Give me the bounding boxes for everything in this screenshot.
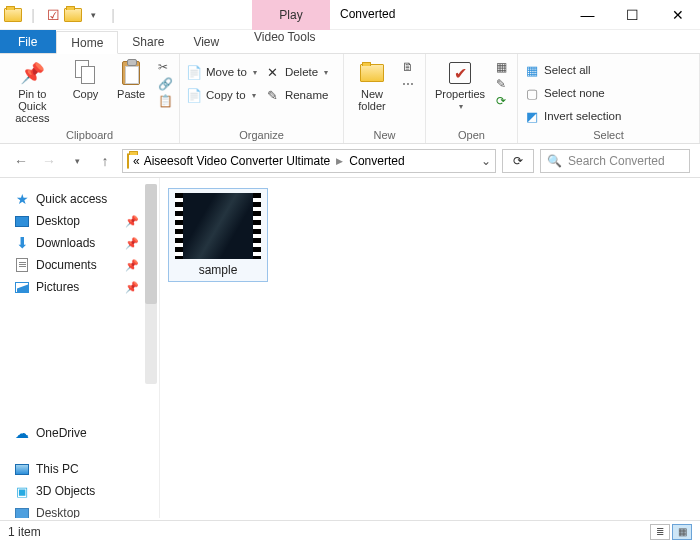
invert-selection-icon: ◩ (524, 108, 540, 124)
tab-file[interactable]: File (0, 30, 56, 53)
qat-properties-icon[interactable]: ☑ (44, 6, 62, 24)
chevron-down-icon: ▾ (253, 68, 257, 77)
open-icon[interactable]: ▦ (496, 60, 507, 74)
window-title: Converted (340, 7, 395, 21)
minimize-button[interactable]: — (565, 0, 610, 30)
sidebar-onedrive[interactable]: ☁OneDrive (14, 422, 155, 444)
new-item-icon[interactable]: 🗎 (402, 60, 414, 74)
group-open: ✔ Properties ▾ ▦ ✎ ⟳ Open (426, 54, 518, 143)
new-folder-label: New folder (350, 88, 394, 112)
status-item-count: 1 item (8, 525, 41, 539)
edit-icon[interactable]: ✎ (496, 77, 507, 91)
group-select: ▦Select all ▢Select none ◩Invert selecti… (518, 54, 700, 143)
tab-home[interactable]: Home (56, 31, 118, 54)
ribbon: 📌 Pin to Quick access Copy Paste ✂ 🔗 📋 C… (0, 54, 700, 144)
breadcrumb-item[interactable]: Aiseesoft Video Converter Ultimate (144, 154, 331, 168)
tab-share[interactable]: Share (118, 30, 179, 53)
up-button[interactable]: ↑ (94, 150, 116, 172)
address-bar[interactable]: « Aiseesoft Video Converter Ultimate ▶ C… (122, 149, 496, 173)
new-folder-button[interactable]: New folder (350, 58, 394, 112)
history-icon[interactable]: ⟳ (496, 94, 507, 108)
paste-label: Paste (117, 88, 145, 100)
forward-button[interactable]: → (38, 150, 60, 172)
back-button[interactable]: ← (10, 150, 32, 172)
select-none-button[interactable]: ▢Select none (524, 83, 621, 103)
body-area: ★Quick access Desktop📌 ⬇Downloads📌 Docum… (0, 178, 700, 518)
close-button[interactable]: ✕ (655, 0, 700, 30)
select-all-button[interactable]: ▦Select all (524, 60, 621, 80)
contextual-tab-play[interactable]: Play (252, 0, 330, 30)
refresh-button[interactable]: ⟳ (502, 149, 534, 173)
group-open-label: Open (432, 127, 511, 142)
star-icon: ★ (14, 191, 30, 207)
select-none-icon: ▢ (524, 85, 540, 101)
copy-path-icon[interactable]: 🔗 (158, 77, 173, 91)
pin-icon: 📌 (19, 60, 45, 86)
group-organize: 📄Move to▾ 📄Copy to▾ ✕Delete▾ ✎Rename Org… (180, 54, 344, 143)
copy-button[interactable]: Copy (67, 58, 105, 100)
sidebar-item-desktop[interactable]: Desktop📌 (14, 210, 155, 232)
search-icon: 🔍 (547, 154, 562, 168)
sidebar-item-desktop-2[interactable]: Desktop (14, 502, 155, 518)
group-clipboard: 📌 Pin to Quick access Copy Paste ✂ 🔗 📋 C… (0, 54, 180, 143)
desktop-icon (14, 505, 30, 518)
pin-quick-access-button[interactable]: 📌 Pin to Quick access (6, 58, 59, 124)
cut-icon[interactable]: ✂ (158, 60, 173, 74)
qat-newfolder-icon[interactable] (64, 6, 82, 24)
ribbon-tabs: File Home Share View Video Tools (0, 30, 700, 54)
chevron-down-icon: ▾ (459, 102, 463, 111)
qat-dropdown-icon[interactable]: ▾ (84, 6, 102, 24)
move-to-icon: 📄 (186, 64, 202, 80)
properties-button[interactable]: ✔ Properties ▾ (432, 58, 488, 111)
navigation-bar: ← → ▾ ↑ « Aiseesoft Video Converter Ulti… (0, 144, 700, 178)
this-pc-icon (14, 461, 30, 477)
group-new-label: New (350, 127, 419, 142)
delete-icon: ✕ (265, 64, 281, 80)
sidebar-quick-access[interactable]: ★Quick access (14, 188, 155, 210)
tab-video-tools[interactable]: Video Tools (240, 30, 331, 44)
invert-selection-button[interactable]: ◩Invert selection (524, 106, 621, 126)
paste-shortcut-icon[interactable]: 📋 (158, 94, 173, 108)
thumbnails-view-button[interactable]: ▦ (672, 524, 692, 540)
documents-icon (14, 257, 30, 273)
pin-label: Pin to Quick access (6, 88, 59, 124)
new-folder-icon (359, 60, 385, 86)
breadcrumb-separator-icon: ▶ (334, 156, 345, 166)
content-area[interactable]: sample (160, 178, 700, 518)
desktop-icon (14, 213, 30, 229)
recent-dropdown[interactable]: ▾ (66, 150, 88, 172)
status-bar: 1 item ≣ ▦ (0, 520, 700, 542)
window-controls: — ☐ ✕ (565, 0, 700, 30)
sidebar-item-documents[interactable]: Documents📌 (14, 254, 155, 276)
chevron-down-icon: ▾ (252, 91, 256, 100)
tab-view[interactable]: View (179, 30, 234, 53)
group-organize-label: Organize (186, 127, 337, 142)
search-placeholder: Search Converted (568, 154, 665, 168)
rename-button[interactable]: ✎Rename (265, 85, 328, 105)
sidebar-item-pictures[interactable]: Pictures📌 (14, 276, 155, 298)
copy-to-icon: 📄 (186, 87, 202, 103)
address-dropdown-icon[interactable]: ⌄ (481, 154, 491, 168)
copy-to-button[interactable]: 📄Copy to▾ (186, 85, 257, 105)
clipboard-extras: ✂ 🔗 📋 (158, 58, 173, 108)
breadcrumb-item[interactable]: Converted (349, 154, 404, 168)
quick-access-toolbar: | ☑ ▾ | (0, 6, 126, 24)
move-to-button[interactable]: 📄Move to▾ (186, 62, 257, 82)
details-view-button[interactable]: ≣ (650, 524, 670, 540)
copy-icon (73, 60, 99, 86)
paste-button[interactable]: Paste (112, 58, 150, 100)
delete-button[interactable]: ✕Delete▾ (265, 62, 328, 82)
pin-icon: 📌 (125, 215, 139, 228)
sidebar-scrollbar-thumb[interactable] (145, 184, 157, 304)
sidebar-item-downloads[interactable]: ⬇Downloads📌 (14, 232, 155, 254)
easy-access-icon[interactable]: ⋯ (402, 77, 414, 91)
sidebar-this-pc[interactable]: This PC (14, 458, 155, 480)
folder-icon (127, 154, 129, 168)
downloads-icon: ⬇ (14, 235, 30, 251)
file-item[interactable]: sample (168, 188, 268, 282)
maximize-button[interactable]: ☐ (610, 0, 655, 30)
search-input[interactable]: 🔍 Search Converted (540, 149, 690, 173)
qat-sep2: | (104, 6, 122, 24)
sidebar-item-3d-objects[interactable]: ▣3D Objects (14, 480, 155, 502)
open-extras: ▦ ✎ ⟳ (496, 58, 507, 108)
